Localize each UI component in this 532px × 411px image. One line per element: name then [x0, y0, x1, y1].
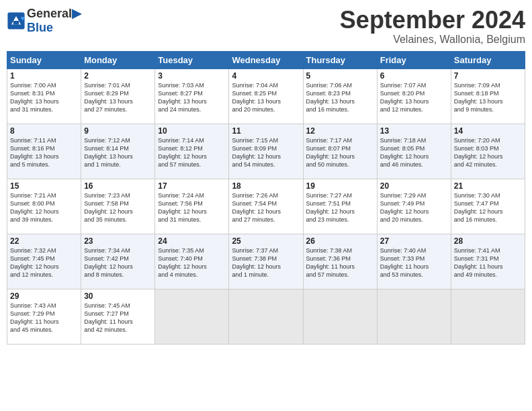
cell-info: Sunrise: 7:29 AM Sunset: 7:49 PM Dayligh… [380, 191, 448, 224]
calendar-cell: 21Sunrise: 7:30 AM Sunset: 7:47 PM Dayli… [451, 179, 525, 234]
cell-info: Sunrise: 7:23 AM Sunset: 7:58 PM Dayligh… [84, 191, 152, 224]
calendar-week-2: 8Sunrise: 7:11 AM Sunset: 8:16 PM Daylig… [7, 124, 525, 179]
calendar-week-5: 29Sunrise: 7:43 AM Sunset: 7:29 PM Dayli… [7, 289, 525, 344]
calendar-week-4: 22Sunrise: 7:32 AM Sunset: 7:45 PM Dayli… [7, 234, 525, 289]
day-number: 6 [380, 71, 448, 81]
day-number: 15 [10, 181, 78, 191]
logo-icon [7, 11, 26, 30]
cell-info: Sunrise: 7:14 AM Sunset: 8:12 PM Dayligh… [158, 136, 226, 169]
day-number: 1 [10, 71, 78, 81]
calendar-cell: 26Sunrise: 7:38 AM Sunset: 7:36 PM Dayli… [303, 234, 377, 289]
calendar-cell: 13Sunrise: 7:18 AM Sunset: 8:05 PM Dayli… [377, 124, 451, 179]
day-number: 16 [84, 181, 152, 191]
day-number: 9 [84, 126, 152, 136]
calendar-cell: 24Sunrise: 7:35 AM Sunset: 7:40 PM Dayli… [155, 234, 229, 289]
location: Velaines, Wallonia, Belgium [340, 34, 525, 46]
day-number: 2 [84, 71, 152, 81]
day-number: 12 [306, 126, 374, 136]
calendar-cell: 22Sunrise: 7:32 AM Sunset: 7:45 PM Dayli… [7, 234, 81, 289]
calendar-cell: 29Sunrise: 7:43 AM Sunset: 7:29 PM Dayli… [7, 289, 81, 344]
cell-info: Sunrise: 7:03 AM Sunset: 8:27 PM Dayligh… [158, 81, 226, 114]
day-header-sunday: Sunday [7, 51, 81, 68]
day-number: 30 [84, 291, 152, 301]
calendar-cell [451, 289, 525, 344]
cell-info: Sunrise: 7:30 AM Sunset: 7:47 PM Dayligh… [454, 191, 522, 224]
day-number: 18 [232, 181, 300, 191]
day-number: 28 [454, 236, 522, 246]
cell-info: Sunrise: 7:34 AM Sunset: 7:42 PM Dayligh… [84, 246, 152, 279]
day-header-friday: Friday [377, 51, 451, 68]
calendar-cell [229, 289, 303, 344]
cell-info: Sunrise: 7:04 AM Sunset: 8:25 PM Dayligh… [232, 81, 300, 114]
calendar-cell: 6Sunrise: 7:07 AM Sunset: 8:20 PM Daylig… [377, 68, 451, 124]
cell-info: Sunrise: 7:00 AM Sunset: 8:31 PM Dayligh… [10, 81, 78, 114]
day-number: 20 [380, 181, 448, 191]
calendar-container: General▶ Blue September 2024 Velaines, W… [0, 0, 532, 411]
calendar-cell: 30Sunrise: 7:45 AM Sunset: 7:27 PM Dayli… [81, 289, 155, 344]
day-number: 4 [232, 71, 300, 81]
cell-info: Sunrise: 7:40 AM Sunset: 7:33 PM Dayligh… [380, 246, 448, 279]
cell-info: Sunrise: 7:27 AM Sunset: 7:51 PM Dayligh… [306, 191, 374, 224]
day-header-wednesday: Wednesday [229, 51, 303, 68]
calendar-cell: 17Sunrise: 7:24 AM Sunset: 7:56 PM Dayli… [155, 179, 229, 234]
cell-info: Sunrise: 7:32 AM Sunset: 7:45 PM Dayligh… [10, 246, 78, 279]
days-header-row: SundayMondayTuesdayWednesdayThursdayFrid… [7, 51, 525, 68]
cell-info: Sunrise: 7:45 AM Sunset: 7:27 PM Dayligh… [84, 302, 152, 334]
day-number: 14 [454, 126, 522, 136]
day-number: 29 [10, 291, 78, 301]
day-number: 3 [158, 71, 226, 81]
day-header-saturday: Saturday [451, 51, 525, 68]
cell-info: Sunrise: 7:41 AM Sunset: 7:31 PM Dayligh… [454, 246, 522, 279]
day-number: 24 [158, 236, 226, 246]
day-header-tuesday: Tuesday [155, 51, 229, 68]
cell-info: Sunrise: 7:12 AM Sunset: 8:14 PM Dayligh… [84, 136, 152, 169]
month-title: September 2024 [340, 7, 525, 34]
day-number: 26 [306, 236, 374, 246]
cell-info: Sunrise: 7:15 AM Sunset: 8:09 PM Dayligh… [232, 136, 300, 169]
day-number: 19 [306, 181, 374, 191]
calendar-table: SundayMondayTuesdayWednesdayThursdayFrid… [7, 51, 525, 345]
calendar-cell: 28Sunrise: 7:41 AM Sunset: 7:31 PM Dayli… [451, 234, 525, 289]
calendar-cell: 20Sunrise: 7:29 AM Sunset: 7:49 PM Dayli… [377, 179, 451, 234]
calendar-cell: 1Sunrise: 7:00 AM Sunset: 8:31 PM Daylig… [7, 68, 81, 124]
calendar-cell: 19Sunrise: 7:27 AM Sunset: 7:51 PM Dayli… [303, 179, 377, 234]
day-number: 23 [84, 236, 152, 246]
calendar-week-1: 1Sunrise: 7:00 AM Sunset: 8:31 PM Daylig… [7, 68, 525, 124]
cell-info: Sunrise: 7:35 AM Sunset: 7:40 PM Dayligh… [158, 246, 226, 279]
cell-info: Sunrise: 7:26 AM Sunset: 7:54 PM Dayligh… [232, 191, 300, 224]
calendar-cell: 8Sunrise: 7:11 AM Sunset: 8:16 PM Daylig… [7, 124, 81, 179]
day-number: 8 [10, 126, 78, 136]
calendar-cell [303, 289, 377, 344]
logo: General▶ Blue [7, 7, 81, 34]
calendar-cell: 10Sunrise: 7:14 AM Sunset: 8:12 PM Dayli… [155, 124, 229, 179]
cell-info: Sunrise: 7:06 AM Sunset: 8:23 PM Dayligh… [306, 81, 374, 114]
title-block: September 2024 Velaines, Wallonia, Belgi… [340, 7, 525, 46]
cell-info: Sunrise: 7:37 AM Sunset: 7:38 PM Dayligh… [232, 246, 300, 279]
day-number: 11 [232, 126, 300, 136]
cell-info: Sunrise: 7:18 AM Sunset: 8:05 PM Dayligh… [380, 136, 448, 169]
day-number: 27 [380, 236, 448, 246]
cell-info: Sunrise: 7:17 AM Sunset: 8:07 PM Dayligh… [306, 136, 374, 169]
cell-info: Sunrise: 7:11 AM Sunset: 8:16 PM Dayligh… [10, 136, 78, 169]
calendar-cell: 4Sunrise: 7:04 AM Sunset: 8:25 PM Daylig… [229, 68, 303, 124]
day-header-monday: Monday [81, 51, 155, 68]
day-number: 21 [454, 181, 522, 191]
calendar-cell: 9Sunrise: 7:12 AM Sunset: 8:14 PM Daylig… [81, 124, 155, 179]
day-number: 25 [232, 236, 300, 246]
cell-info: Sunrise: 7:09 AM Sunset: 8:18 PM Dayligh… [454, 81, 522, 114]
day-number: 10 [158, 126, 226, 136]
cell-info: Sunrise: 7:38 AM Sunset: 7:36 PM Dayligh… [306, 246, 374, 279]
cell-info: Sunrise: 7:20 AM Sunset: 8:03 PM Dayligh… [454, 136, 522, 169]
svg-rect-2 [13, 21, 19, 25]
calendar-cell: 12Sunrise: 7:17 AM Sunset: 8:07 PM Dayli… [303, 124, 377, 179]
day-number: 7 [454, 71, 522, 81]
calendar-cell: 3Sunrise: 7:03 AM Sunset: 8:27 PM Daylig… [155, 68, 229, 124]
calendar-cell: 25Sunrise: 7:37 AM Sunset: 7:38 PM Dayli… [229, 234, 303, 289]
calendar-cell: 18Sunrise: 7:26 AM Sunset: 7:54 PM Dayli… [229, 179, 303, 234]
day-number: 13 [380, 126, 448, 136]
cell-info: Sunrise: 7:21 AM Sunset: 8:00 PM Dayligh… [10, 191, 78, 224]
calendar-cell: 16Sunrise: 7:23 AM Sunset: 7:58 PM Dayli… [81, 179, 155, 234]
calendar-cell: 23Sunrise: 7:34 AM Sunset: 7:42 PM Dayli… [81, 234, 155, 289]
calendar-cell: 7Sunrise: 7:09 AM Sunset: 8:18 PM Daylig… [451, 68, 525, 124]
cell-info: Sunrise: 7:07 AM Sunset: 8:20 PM Dayligh… [380, 81, 448, 114]
